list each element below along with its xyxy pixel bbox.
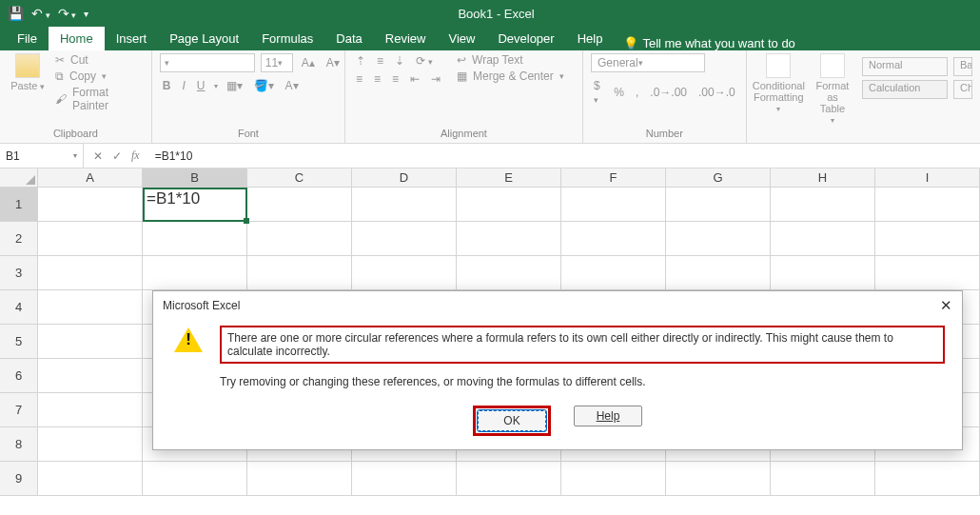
tab-review[interactable]: Review [374,27,438,50]
border-button[interactable]: ▦▾ [224,78,245,93]
cell[interactable] [352,256,457,290]
style-check[interactable]: Ch [953,80,972,99]
row-header[interactable]: 7 [0,393,38,427]
comma-format-icon[interactable]: , [633,85,641,100]
italic-button[interactable]: I [180,78,188,93]
row-header[interactable]: 1 [0,188,38,222]
fx-icon[interactable]: fx [131,149,140,163]
font-color-button[interactable]: A▾ [283,78,302,93]
cell[interactable] [38,359,143,393]
fill-color-button[interactable]: 🪣▾ [251,78,277,93]
formula-input[interactable]: =B1*10 [149,149,980,163]
cell[interactable] [666,256,771,290]
increase-font-icon[interactable]: A▴ [299,55,318,70]
cell[interactable] [352,188,457,222]
style-bad[interactable]: Ba [953,57,972,76]
cell[interactable] [771,256,875,290]
redo-icon[interactable]: ↷ [58,6,77,21]
cell[interactable] [771,222,875,256]
tab-page-layout[interactable]: Page Layout [158,27,250,50]
col-header[interactable]: A [38,168,143,187]
cell[interactable] [561,256,666,290]
row-header[interactable]: 5 [0,325,38,359]
number-format-combo[interactable]: General [591,53,705,72]
cell[interactable] [457,256,561,290]
cell[interactable] [247,188,352,222]
tab-developer[interactable]: Developer [486,27,565,50]
row-header[interactable]: 6 [0,359,38,393]
col-header[interactable]: I [875,168,980,187]
style-normal[interactable]: Normal [862,57,948,76]
align-middle-icon[interactable]: ≡ [374,53,386,69]
decrease-decimal-icon[interactable]: .00→.0 [696,85,738,100]
format-as-table-button[interactable]: Format as Table▾ [811,53,854,125]
decrease-font-icon[interactable]: A▾ [323,55,343,70]
decrease-indent-icon[interactable]: ⇤ [407,71,422,87]
font-name-combo[interactable] [160,53,255,72]
cell[interactable] [875,256,980,290]
select-all-corner[interactable] [0,168,38,187]
cell[interactable] [247,462,352,496]
cell[interactable] [561,462,666,496]
cell[interactable] [38,256,143,290]
col-header[interactable]: H [771,168,875,187]
merge-center-button[interactable]: ▦ Merge & Center [457,69,564,83]
cell[interactable] [38,427,143,462]
cell[interactable] [352,462,457,496]
tab-insert[interactable]: Insert [105,27,159,50]
cell[interactable] [143,222,247,256]
cell[interactable] [771,462,875,496]
col-header[interactable]: F [561,168,666,187]
row-header[interactable]: 4 [0,290,38,325]
cell[interactable] [247,256,352,290]
cell[interactable] [38,393,143,427]
cell[interactable] [38,188,143,222]
cell[interactable] [666,188,771,222]
cell-B1[interactable]: =B1*10 [143,188,247,222]
align-center-icon[interactable]: ≡ [371,71,383,87]
row-header[interactable]: 3 [0,256,38,290]
help-button[interactable]: Help [574,406,642,426]
align-left-icon[interactable]: ≡ [353,71,365,87]
cell[interactable] [875,188,980,222]
close-icon[interactable]: ✕ [940,297,952,314]
col-header[interactable]: G [666,168,771,187]
orientation-icon[interactable]: ⟳ [413,53,436,69]
tab-data[interactable]: Data [324,27,373,50]
col-header[interactable]: E [457,168,561,187]
cell[interactable] [352,222,457,256]
font-size-combo[interactable]: 11 [261,53,293,72]
cell[interactable] [457,188,561,222]
tell-me-search[interactable]: 💡 Tell me what you want to do [623,36,794,50]
cell[interactable] [143,256,247,290]
col-header[interactable]: B [143,168,247,187]
format-painter-button[interactable]: 🖌 Format Painter [55,86,144,112]
ok-button[interactable]: OK [478,410,546,431]
name-box[interactable]: B1 [0,144,84,168]
percent-format-icon[interactable]: % [611,85,627,100]
cut-button[interactable]: ✂ Cut [55,53,144,67]
tab-view[interactable]: View [437,27,486,50]
cell[interactable] [38,222,143,256]
cell[interactable] [666,462,771,496]
row-header[interactable]: 2 [0,222,38,256]
cell[interactable] [561,188,666,222]
tab-home[interactable]: Home [49,27,105,50]
accounting-format-icon[interactable]: $ [591,78,605,107]
save-icon[interactable]: 💾 [8,6,24,21]
copy-button[interactable]: ⧉ Copy [55,69,144,83]
cell[interactable] [38,462,143,496]
style-calculation[interactable]: Calculation [862,80,948,99]
align-top-icon[interactable]: ⇡ [353,53,368,69]
cell[interactable] [457,462,561,496]
cell[interactable] [38,290,143,325]
align-right-icon[interactable]: ≡ [389,71,402,87]
undo-icon[interactable]: ↶ [31,6,50,21]
cancel-icon[interactable]: ✕ [93,149,103,163]
cell[interactable] [875,462,980,496]
increase-decimal-icon[interactable]: .0→.00 [647,85,690,100]
conditional-formatting-button[interactable]: Conditional Formatting▾ [755,53,803,113]
underline-button[interactable]: U [194,78,208,93]
align-bottom-icon[interactable]: ⇣ [392,53,407,69]
cell[interactable] [247,222,352,256]
